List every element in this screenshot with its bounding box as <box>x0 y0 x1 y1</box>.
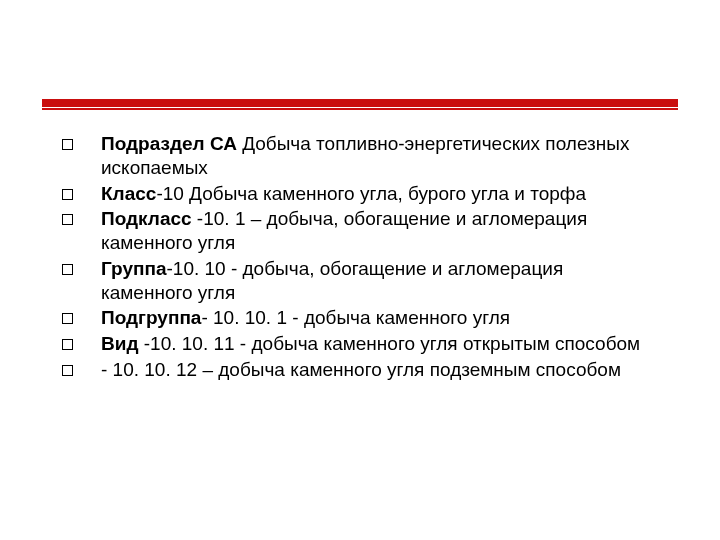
list-item-rest: -10 Добыча каменного угла, бурого угла и… <box>156 183 586 204</box>
content-list: Подраздел СА Добыча топливно-энергетичес… <box>62 132 658 384</box>
accent-thin-line <box>42 108 678 110</box>
square-bullet-icon <box>62 214 73 225</box>
list-item-bold: Группа <box>101 258 167 279</box>
list-item-bold: Подраздел СА <box>101 133 237 154</box>
square-bullet-icon <box>62 313 73 324</box>
list-item-text: Подгруппа- 10. 10. 1 - добыча каменного … <box>101 306 658 330</box>
list-item-rest: - 10. 10. 1 - добыча каменного угля <box>201 307 510 328</box>
list-item-bold: Подгруппа <box>101 307 201 328</box>
list-item-text: Подкласс -10. 1 – добыча, обогащение и а… <box>101 207 658 255</box>
list-item-text: Вид -10. 10. 11 - добыча каменного угля … <box>101 332 658 356</box>
square-bullet-icon <box>62 139 73 150</box>
list-item-bold: Вид <box>101 333 138 354</box>
list-item-text: Подраздел СА Добыча топливно-энергетичес… <box>101 132 658 180</box>
list-item-rest: - 10. 10. 12 – добыча каменного угля под… <box>101 359 621 380</box>
list-item-text: Класс-10 Добыча каменного угла, бурого у… <box>101 182 658 206</box>
list-item: Класс-10 Добыча каменного угла, бурого у… <box>62 182 658 206</box>
list-item: Группа-10. 10 - добыча, обогащение и агл… <box>62 257 658 305</box>
square-bullet-icon <box>62 264 73 275</box>
square-bullet-icon <box>62 189 73 200</box>
list-item: Вид -10. 10. 11 - добыча каменного угля … <box>62 332 658 356</box>
list-item: Подгруппа- 10. 10. 1 - добыча каменного … <box>62 306 658 330</box>
square-bullet-icon <box>62 339 73 350</box>
accent-bar <box>42 98 678 108</box>
accent-thick-line <box>42 99 678 107</box>
slide: Подраздел СА Добыча топливно-энергетичес… <box>0 0 720 540</box>
list-item: Подкласс -10. 1 – добыча, обогащение и а… <box>62 207 658 255</box>
square-bullet-icon <box>62 365 73 376</box>
list-item: - 10. 10. 12 – добыча каменного угля под… <box>62 358 658 382</box>
list-item: Подраздел СА Добыча топливно-энергетичес… <box>62 132 658 180</box>
list-item-text: Группа-10. 10 - добыча, обогащение и агл… <box>101 257 658 305</box>
list-item-rest: -10. 10. 11 - добыча каменного угля откр… <box>138 333 640 354</box>
list-item-bold: Класс <box>101 183 156 204</box>
list-item-rest: -10. 10 - добыча, обогащение и агломерац… <box>101 258 563 303</box>
list-item-bold: Подкласс <box>101 208 192 229</box>
list-item-text: - 10. 10. 12 – добыча каменного угля под… <box>101 358 658 382</box>
